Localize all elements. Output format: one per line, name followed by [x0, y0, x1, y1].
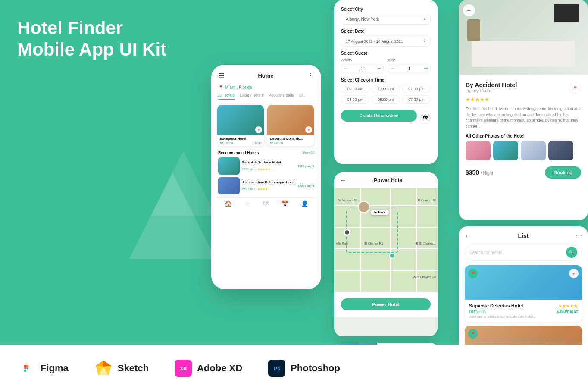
nav-map-icon[interactable]: 🗺 [263, 200, 269, 207]
nav-star-icon[interactable]: ☆ [244, 200, 250, 207]
kids-stepper: − 1 + [388, 64, 431, 73]
hotel-card-1[interactable]: ♥ Excepteur Hotel 🗺 Florida $230 [217, 105, 264, 146]
list-back-button[interactable]: ← [465, 232, 471, 239]
city-dropdown[interactable]: Albany, New York ▾ [341, 14, 431, 25]
adults-plus[interactable]: + [378, 66, 381, 72]
phone-mockup: ☰ Home ⋮ 📍 Miami, Florida All Hotels Lux… [211, 65, 321, 289]
checkin-times: 09:00 am 11:00 am 01:00 pm 03:00 pm 05:0… [341, 85, 431, 104]
map-label-vermont: W Vermont St [338, 199, 357, 202]
rec-hotel-item-2[interactable]: Accusantium Doloremque Hotel 🗺 Florida ★… [216, 177, 317, 194]
list-card-stars-1: ★★★★★ [558, 304, 578, 308]
map-origin-pin [344, 229, 350, 236]
reservation-panel: Select City Albany, New York ▾ Select Da… [334, 0, 438, 164]
hotel-card-img-2: ♥ [267, 105, 314, 135]
adobexd-label: Adobe XD [197, 363, 242, 374]
hotel-price-1: $230 [254, 141, 261, 144]
list-card-loc-1: 🗺 Florida [469, 310, 486, 314]
list-card-price-1: $350/night [557, 309, 578, 314]
hotel-city-2: 🗺 Florida [270, 141, 283, 144]
hero-title: Hotel Finder Mobile App UI Kit [17, 17, 194, 61]
time-1100[interactable]: 11:00 am [372, 85, 400, 93]
kids-plus[interactable]: + [425, 66, 428, 72]
rec-hotel-item-1[interactable]: Perspiciatis Unde Hotel 🗺 Florida ★★★★★ … [216, 157, 317, 175]
recommended-title: Recommended Hotels [218, 151, 259, 155]
power-hotel-button[interactable]: Power Hotel [341, 298, 431, 310]
tab-b[interactable]: B... [299, 93, 305, 100]
detail-description: On the other hand, we denounce with righ… [466, 106, 581, 129]
photoshop-icon: Ps [268, 360, 285, 377]
booking-button[interactable]: Booking [545, 166, 581, 179]
tool-adobexd: Xd Adobe XD [175, 360, 242, 377]
phone-location: 📍 Miami, Florida [216, 85, 317, 90]
map-label-estcharles: E St Charles... [416, 242, 436, 245]
detail-hotel-name: By Accident Hotel [466, 82, 517, 88]
list-card-img-1: 📍 ♥ [465, 265, 582, 300]
detail-photo-2[interactable] [493, 141, 518, 160]
detail-photos-row [466, 141, 581, 160]
adults-value: 2 [361, 66, 364, 71]
list-card-1[interactable]: 📍 ♥ Sapiente Delectus Hotel ★★★★★ 🗺 Flor… [465, 265, 582, 322]
detail-photo-3[interactable] [521, 141, 546, 160]
view-all-link[interactable]: View All [302, 151, 314, 155]
time-0500[interactable]: 05:00 pm [372, 95, 400, 104]
svg-marker-4 [96, 361, 103, 367]
rec-hotel-img-1 [218, 157, 240, 175]
bottom-bar: Figma Sketch Xd Adobe XD Ps Photosh [0, 345, 588, 392]
list-card-pin-1: 📍 [468, 269, 478, 278]
location-pin-icon: 📍 [218, 85, 223, 90]
detail-photos-label: All Other Photos of the Hotel [466, 134, 581, 138]
detail-per-night: / Night [481, 171, 493, 176]
rec-hotel-stars-1: ★★★★★ [257, 168, 270, 171]
list-share-icon[interactable]: ⋯ [576, 232, 582, 239]
nav-profile-icon[interactable]: 👤 [301, 200, 308, 207]
tool-figma: Figma [17, 359, 69, 377]
detail-photo-4[interactable] [548, 141, 573, 160]
tab-popular[interactable]: Popular Hotels [269, 93, 294, 100]
rec-hotel-price-1: $320 / night [297, 165, 314, 168]
time-0100[interactable]: 01:00 pm [402, 85, 431, 93]
detail-favorite-button[interactable]: ♥ [569, 82, 581, 94]
sketch-icon [94, 359, 113, 377]
phone-tabs: All Hotels Luxury Hotels Popular Hotels … [216, 93, 317, 100]
rec-hotel-price-2: $280 / night [297, 185, 314, 188]
kids-minus[interactable]: − [391, 66, 394, 72]
nav-calendar-icon[interactable]: 📅 [281, 200, 288, 207]
rec-hotel-loc-1: 🗺 Florida [242, 168, 255, 171]
hotel-card-img-1: ♥ [217, 105, 264, 135]
heart-btn-1[interactable]: ♥ [255, 126, 262, 133]
heart-btn-2[interactable]: ♥ [305, 126, 312, 133]
list-search: Search for hotels 🔍 [465, 244, 582, 261]
detail-stars: ★★★★★ [466, 97, 581, 103]
date-chevron: ▾ [424, 39, 426, 44]
time-0700[interactable]: 07:00 pm [402, 95, 431, 104]
date-dropdown[interactable]: 17 August 2021 - 14 August 2021 ▾ [341, 36, 431, 47]
hotel-city-1: 🗺 Florida [220, 141, 233, 144]
map-toggle-icon[interactable]: 🗺 [420, 112, 431, 124]
list-card-heart-1[interactable]: ♥ [569, 269, 579, 278]
create-reservation-button[interactable]: Create Reservation [341, 110, 417, 122]
detail-photo-1[interactable] [466, 141, 491, 160]
options-icon[interactable]: ⋮ [307, 72, 314, 80]
time-0900[interactable]: 09:00 am [341, 85, 369, 93]
list-search-button[interactable]: 🔍 [566, 247, 577, 258]
time-0300[interactable]: 03:00 pm [341, 95, 369, 104]
tool-sketch: Sketch [94, 359, 149, 377]
map-avatar-pin [358, 201, 370, 213]
hotel-card-2[interactable]: ♥ Deserunt Mollit Ho... 🗺 Florida [267, 105, 314, 146]
menu-icon[interactable]: ☰ [218, 72, 224, 80]
list-header: ← List ⋯ [465, 232, 582, 239]
photoshop-label: Photoshop [291, 363, 340, 374]
list-search-placeholder[interactable]: Search for hotels [469, 250, 502, 255]
detail-price: $350 / Night [466, 169, 493, 176]
adults-minus[interactable]: − [344, 66, 347, 72]
tab-luxury[interactable]: Luxury Hotels [240, 93, 263, 100]
detail-room-type: Luxury Room [466, 88, 517, 93]
hotel-name-2: Deserunt Mollit Ho... [270, 137, 311, 141]
detail-back-button[interactable]: ← [463, 4, 475, 16]
map-back-button[interactable]: ← [340, 177, 346, 184]
detail-hero-img: ← [459, 0, 588, 75]
nav-home-icon[interactable]: 🏠 [225, 200, 232, 207]
tab-all-hotels[interactable]: All Hotels [218, 93, 235, 100]
adults-stepper: − 2 + [341, 64, 384, 73]
detail-hotel-header: By Accident Hotel Luxury Room ♥ [466, 82, 581, 95]
